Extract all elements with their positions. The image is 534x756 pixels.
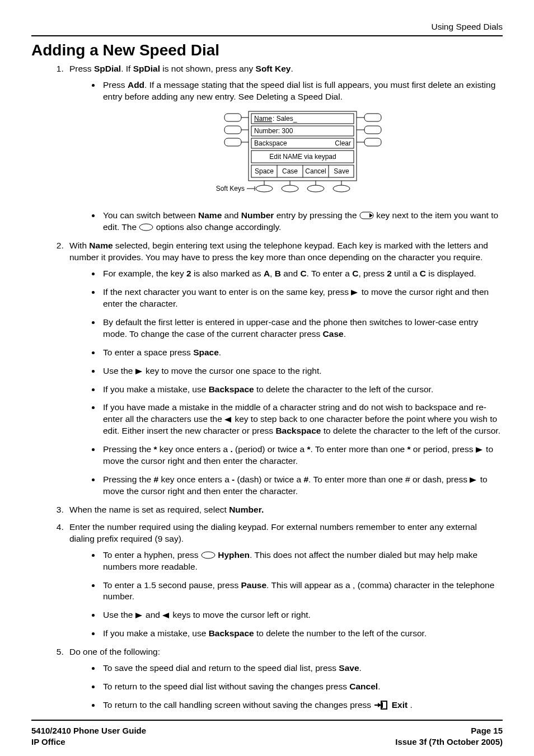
t: To enter a space press [103,348,193,357]
t: . To enter more than one # or dash, pres… [308,475,470,484]
s5b3: To return to the call handling screen wi… [101,699,503,713]
t: Add [128,80,144,90]
svg-rect-1 [224,126,241,134]
t: With [69,241,89,250]
t: . [378,682,380,691]
s2b1: For example, the key 2 is also marked as… [101,268,503,280]
t: C [352,269,358,278]
step5-sub: To save the speed dial and return to the… [69,663,503,713]
t: To enter a hyphen, press [103,550,201,560]
svg-marker-49 [470,477,476,483]
page-footer: 5410/2410 Phone User Guide IP Office Pag… [31,725,503,748]
t: Name [89,241,113,250]
t: Pressing the [103,444,153,454]
t: is also marked as [191,269,264,278]
t: Pause [241,580,266,590]
t: Use the [103,366,135,375]
right-arrow-icon [135,368,143,375]
svg-point-50 [202,552,215,558]
t: and [222,210,241,220]
svg-text:Clear: Clear [335,139,351,147]
t: . To enter a [307,269,353,278]
t: B [275,269,281,278]
t: Backspace [209,384,254,394]
step1-sub2: You can switch between Name and Number e… [69,210,503,233]
t: SpDial [94,64,121,73]
svg-text:: Sales_: : Sales_ [273,115,297,123]
footer-rule [31,720,503,721]
svg-text:Cancel: Cancel [305,167,326,175]
t: selected, begin entering text using the … [69,241,488,262]
svg-text:Name: Name [254,115,272,123]
t: C [420,269,426,278]
svg-rect-7 [364,126,381,134]
t: Enter the number required using the dial… [69,522,477,543]
key-right-icon [359,212,374,219]
t: Name [198,210,222,220]
step-5: Do one of the following: To save the spe… [66,646,503,713]
t: . [344,329,346,339]
t: . [359,663,362,673]
t: Save [339,663,359,673]
phone-svg: Name : Sales_ Number: 300 Backspace Clea… [180,109,392,199]
t: Use the [103,610,135,619]
step4-sub: To enter a hyphen, press Hyphen. This do… [69,550,503,640]
t: . [407,700,413,710]
page-title: Adding a New Speed Dial [31,40,503,61]
svg-point-31 [256,185,273,192]
s5b2: To return to the speed dial list without… [101,681,503,693]
t: until a [392,269,420,278]
t: . [219,348,221,357]
t: , press [358,269,387,278]
t: SpDial [133,64,160,73]
t: To return to the call handling screen wi… [103,700,373,710]
svg-marker-48 [476,447,483,453]
t: , [270,269,275,278]
svg-text:Number: 300: Number: 300 [254,127,293,135]
right-arrow-icon [470,477,477,483]
step-2: With Name selected, begin entering text … [66,240,503,497]
t: . If a message stating that the speed di… [103,80,495,101]
step2-sub: For example, the key 2 is also marked as… [69,268,503,497]
t: to delete the character to the left of t… [254,384,434,394]
t: (dash) or twice a [235,475,303,484]
right-arrow-icon [476,447,484,453]
footer-guide: 5410/2410 Phone User Guide [31,725,146,736]
t: and [281,269,300,278]
s2b3: By default the first letter is entered i… [101,317,503,340]
t: Backspace [209,628,254,638]
right-arrow-icon [135,612,143,619]
t: For example, the key [103,269,186,278]
t: . To enter more than one [311,444,407,454]
step1-text: Press SpDial. If SpDial is not shown, pr… [69,64,293,73]
page-header-section: Using Speed Dials [31,21,503,34]
step1-sub: Press Add. If a message stating that the… [69,79,503,103]
t: options also change accordingly. [153,222,281,232]
t: Do one of the following: [69,647,160,656]
t: By default the first letter is entered i… [103,317,478,339]
t: Press [103,80,128,90]
svg-text:Soft Keys: Soft Keys [216,185,245,192]
t: A [264,269,270,278]
t: If the next character you want to enter … [103,287,351,297]
footer-issue: Issue 3f (7th October 2005) [395,736,503,748]
t: You can switch between [103,210,198,220]
svg-marker-45 [351,290,358,295]
main-steps: Press SpDial. If SpDial is not shown, pr… [31,63,503,713]
t: entry by pressing the [274,210,359,220]
t: To save the speed dial and return to the… [103,663,339,673]
svg-point-44 [139,224,153,231]
svg-text:Case: Case [282,167,298,175]
s4b4: If you make a mistake, use Backspace to … [101,628,503,640]
t: to delete the character to the left of t… [321,426,500,435]
step-3: When the name is set as required, select… [66,504,503,516]
t: Pressing the [103,475,153,484]
t: . If [121,64,133,73]
t: is not shown, press any [160,64,256,73]
t: Backspace [275,426,321,435]
t: # [153,475,158,484]
svg-rect-8 [364,138,381,146]
s2b6: If you make a mistake, use Backspace to … [101,384,503,396]
t: to delete the number to the left of the … [254,628,427,638]
phone-diagram: Name : Sales_ Number: 300 Backspace Clea… [69,109,503,202]
